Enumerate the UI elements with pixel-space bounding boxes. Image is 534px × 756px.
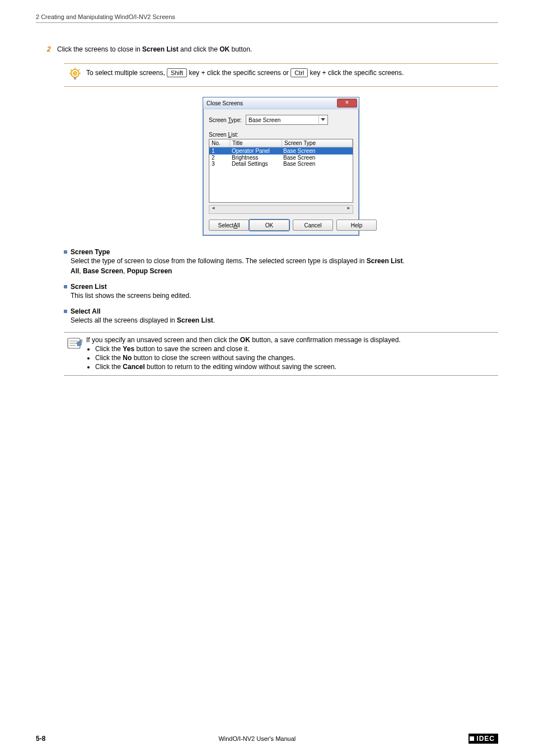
ctrl-key: Ctrl bbox=[291, 68, 308, 77]
cell: Operator Panel bbox=[229, 148, 281, 154]
t: A bbox=[233, 222, 237, 228]
t: Click the bbox=[95, 345, 123, 353]
section-heading: Select All bbox=[64, 307, 498, 315]
idec-logo: IDEC bbox=[469, 734, 498, 744]
list-header: No. Title Screen Type bbox=[209, 139, 353, 147]
t: ll bbox=[237, 222, 240, 228]
t: ist: bbox=[231, 132, 238, 138]
t: button. bbox=[229, 45, 252, 53]
screen-list-label: Screen List: bbox=[209, 132, 353, 138]
chevron-left-icon[interactable]: ◄ bbox=[209, 206, 217, 212]
screen-list[interactable]: No. Title Screen Type 1 Operator Panel B… bbox=[209, 139, 353, 203]
t: To select multiple screens, bbox=[86, 69, 167, 77]
t: and click the bbox=[179, 45, 219, 53]
step-instruction: Click the screens to close in Screen Lis… bbox=[57, 45, 498, 53]
screen-type-select[interactable]: Base Screen bbox=[246, 115, 328, 125]
chevron-right-icon[interactable]: ► bbox=[345, 206, 353, 212]
list-item[interactable]: 1 Operator Panel Base Screen bbox=[209, 147, 353, 155]
screen-type-label: Screen Type: bbox=[209, 117, 246, 123]
t: button, a save confirmation message is d… bbox=[250, 336, 401, 344]
t: All bbox=[71, 267, 79, 275]
t: , bbox=[123, 267, 127, 275]
cell: 2 bbox=[209, 155, 229, 161]
t: OK bbox=[219, 45, 229, 53]
t: Popup Screen bbox=[127, 267, 172, 275]
t: button to return to the editing window w… bbox=[145, 363, 336, 371]
tip-callout: To select multiple screens, Shift key + … bbox=[64, 63, 498, 87]
col-title[interactable]: Title bbox=[230, 139, 282, 147]
dialog-title: Close Screens bbox=[207, 100, 243, 106]
list-item[interactable]: 2 Brightness Base Screen bbox=[209, 155, 353, 161]
section-heading: Screen Type bbox=[64, 248, 498, 256]
t: key + click the specific screens. bbox=[308, 69, 404, 77]
section-body: Selects all the screens displayed in Scr… bbox=[71, 316, 498, 324]
horizontal-scrollbar[interactable]: ◄ ► bbox=[209, 205, 353, 214]
t: Select All bbox=[71, 307, 101, 315]
page-header: 2 Creating and Manipulating WindO/I-NV2 … bbox=[36, 13, 498, 23]
t: Yes bbox=[123, 345, 134, 353]
bullet-icon bbox=[64, 285, 67, 288]
t: If you specify an unsaved screen and the… bbox=[86, 336, 240, 344]
select-value: Base Screen bbox=[249, 117, 280, 123]
t: Selects all the screens displayed in bbox=[71, 316, 177, 324]
t: . bbox=[402, 257, 404, 265]
cell: Detail Settings bbox=[229, 161, 281, 167]
t: Select the type of screen to close from … bbox=[71, 257, 367, 265]
dialog-titlebar: Close Screens ✕ bbox=[203, 97, 359, 109]
t: Screen bbox=[209, 117, 228, 123]
list-item[interactable]: 3 Detail Settings Base Screen bbox=[209, 161, 353, 167]
col-no[interactable]: No. bbox=[209, 139, 230, 147]
help-button[interactable]: Help bbox=[336, 220, 377, 231]
t: Screen List bbox=[71, 283, 107, 291]
svg-line-3 bbox=[71, 69, 72, 71]
section-body: Select the type of screen to close from … bbox=[71, 257, 498, 275]
bullet-icon bbox=[64, 250, 67, 254]
note-callout: If you specify an unsaved screen and the… bbox=[64, 332, 498, 376]
cell: Brightness bbox=[229, 155, 281, 161]
page-number: 5-8 bbox=[36, 735, 45, 743]
t: OK bbox=[240, 336, 250, 344]
note-icon bbox=[67, 346, 83, 353]
svg-point-1 bbox=[73, 72, 77, 76]
t: Select bbox=[218, 222, 234, 228]
step-number: 2 bbox=[47, 45, 57, 53]
cell: Base Screen bbox=[281, 148, 353, 154]
select-all-button[interactable]: Select All bbox=[209, 220, 249, 231]
list-item: Click the Cancel button to return to the… bbox=[95, 363, 498, 371]
svg-line-4 bbox=[78, 69, 79, 71]
close-screens-dialog: Close Screens ✕ Screen Type: Base Screen… bbox=[203, 97, 359, 236]
bullet-icon bbox=[64, 310, 67, 313]
close-icon[interactable]: ✕ bbox=[337, 99, 357, 108]
t: Click the screens to close in bbox=[57, 45, 142, 53]
col-type[interactable]: Screen Type bbox=[282, 139, 353, 147]
cancel-button[interactable]: Cancel bbox=[293, 220, 333, 231]
ok-button[interactable]: OK bbox=[249, 220, 289, 231]
list-item: Click the No button to close the screen … bbox=[95, 354, 498, 362]
t: Base Screen bbox=[83, 267, 123, 275]
svg-rect-7 bbox=[74, 77, 76, 80]
t: Screen List bbox=[177, 316, 213, 324]
t: Cancel bbox=[123, 363, 144, 371]
t: Click the bbox=[95, 354, 123, 362]
shift-key: Shift bbox=[167, 68, 187, 77]
t: No bbox=[123, 354, 132, 362]
section-body: This list shows the screens being edited… bbox=[71, 292, 498, 300]
t: Click the bbox=[95, 363, 123, 371]
logo-square-icon bbox=[470, 736, 474, 741]
list-item: Click the Yes button to save the screen … bbox=[95, 345, 498, 353]
cell: Base Screen bbox=[281, 155, 353, 161]
t: Screen Type bbox=[71, 248, 110, 256]
t: button to close the screen without savin… bbox=[132, 354, 295, 362]
t: Screen bbox=[209, 132, 228, 138]
cell: 1 bbox=[209, 148, 229, 154]
t: button to save the screen and close it. bbox=[134, 345, 249, 353]
section-heading: Screen List bbox=[64, 283, 498, 291]
footer-title: WindO/I-NV2 User's Manual bbox=[218, 735, 296, 742]
cell: Base Screen bbox=[281, 161, 353, 167]
chevron-down-icon[interactable] bbox=[318, 116, 327, 124]
cell: 3 bbox=[209, 161, 229, 167]
logo-text: IDEC bbox=[476, 735, 495, 743]
t: ype: bbox=[231, 117, 242, 123]
t: . bbox=[213, 316, 215, 324]
lightbulb-icon bbox=[64, 67, 86, 83]
